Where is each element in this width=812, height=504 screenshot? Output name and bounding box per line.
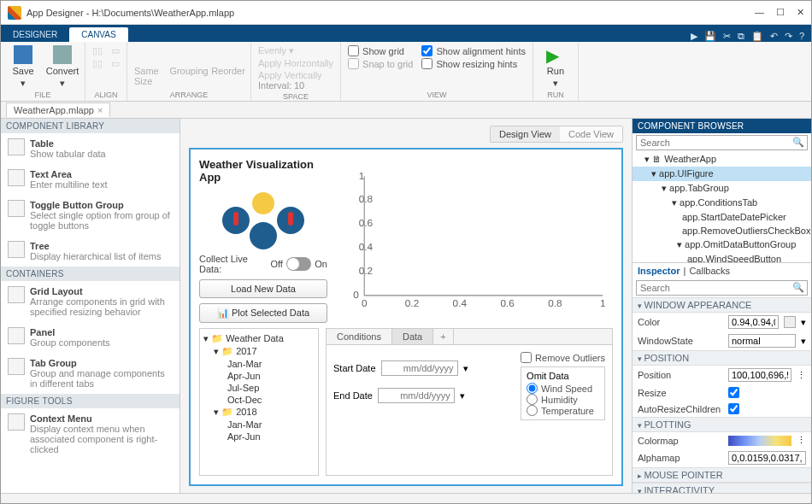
dropdown-icon[interactable]: ▾ — [801, 336, 806, 347]
align-top-icon[interactable]: ▭ — [111, 45, 120, 56]
library-item[interactable]: Toggle Button GroupSelect single option … — [1, 195, 179, 236]
end-date-picker[interactable] — [378, 388, 455, 403]
more-icon[interactable]: ⋮ — [797, 435, 806, 446]
load-data-button[interactable]: Load New Data — [199, 279, 327, 298]
axes-plot[interactable]: 00.20.40.60.81 00.20.40.60.81 — [336, 158, 613, 323]
alignment-hints-check[interactable]: Show alignment hints — [421, 45, 526, 56]
containers-header: CONTAINERS — [1, 267, 179, 281]
prop-resize-label: Resize — [638, 388, 723, 398]
show-grid-check[interactable]: Show grid — [348, 45, 413, 56]
prop-winstate-field[interactable] — [728, 334, 796, 348]
calendar-icon[interactable]: ▾ — [463, 363, 468, 374]
inspector-tab[interactable]: Inspector — [638, 266, 680, 276]
close-file-icon[interactable]: × — [97, 105, 103, 115]
prop-position-field[interactable] — [728, 368, 791, 382]
group-label-arrange: ARRANGE — [134, 89, 244, 101]
color-swatch[interactable] — [784, 316, 796, 328]
collect-toggle[interactable] — [286, 257, 311, 271]
ribbon-tab-bar: DESIGNER CANVAS ▶ 💾 ✂ ⧉ 📋 ↶ ↷ ? — [1, 25, 811, 42]
prop-alphamap-field[interactable] — [728, 451, 806, 465]
add-tab-icon[interactable]: + — [433, 329, 453, 344]
library-header: COMPONENT LIBRARY — [1, 119, 179, 133]
calendar-icon[interactable]: ▾ — [460, 390, 465, 401]
same-size-button[interactable]: Same Size — [134, 45, 165, 86]
copy-icon[interactable]: ⧉ — [738, 31, 744, 42]
close-icon[interactable]: ✕ — [797, 7, 804, 18]
end-date-label: End Date — [333, 390, 373, 401]
align-mid-icon[interactable]: ▭ — [111, 58, 120, 69]
ribbon-toolbar: Save▾ Convert▾ FILE ▯▯▯▯ ▭▭ ALIGN Same S… — [1, 42, 811, 102]
save-quick-icon[interactable]: 💾 — [704, 31, 716, 42]
temperature-radio[interactable]: Temperature — [527, 405, 599, 416]
cut-icon[interactable]: ✂ — [723, 31, 731, 42]
snap-grid-check[interactable]: Snap to grid — [348, 58, 413, 69]
minimize-icon[interactable]: — — [755, 7, 764, 18]
library-item[interactable]: Context MenuDisplay context menu when as… — [1, 408, 179, 460]
undo-icon[interactable]: ↶ — [770, 31, 778, 42]
run-button[interactable]: ▶Run▾ — [540, 45, 571, 89]
align-left-icon[interactable]: ▯▯ — [92, 45, 103, 56]
maximize-icon[interactable]: ☐ — [776, 7, 785, 18]
remove-outliers-check[interactable]: Remove Outliers — [521, 352, 605, 363]
weather-tree[interactable]: ▾ 📁 Weather Data ▾ 📁 2017 Jan-Mar Apr-Ju… — [199, 328, 319, 476]
inspector-search[interactable] — [636, 280, 808, 296]
apply-vertically[interactable]: Apply Vertically — [258, 70, 333, 80]
prop-color-field[interactable] — [728, 315, 779, 329]
prop-resize-check[interactable] — [728, 387, 739, 398]
more-icon[interactable]: ⋮ — [797, 370, 806, 381]
data-tab[interactable]: Data — [392, 329, 433, 344]
library-item[interactable]: Tab GroupGroup and manage components in … — [1, 353, 179, 394]
prop-autoresize-check[interactable] — [728, 403, 739, 414]
resizing-hints-check[interactable]: Show resizing hints — [421, 58, 526, 69]
code-view-tab[interactable]: Code View — [560, 126, 622, 142]
library-item[interactable]: TableShow tabular data — [1, 133, 179, 164]
wind-speed-radio[interactable]: Wind Speed — [527, 383, 599, 394]
library-item[interactable]: TreeDisplay hierarchical list of items — [1, 236, 179, 267]
help-icon[interactable]: ? — [799, 31, 804, 42]
section-position[interactable]: ▾ POSITION — [633, 350, 811, 366]
section-plotting[interactable]: ▾ PLOTTING — [633, 417, 811, 432]
convert-button[interactable]: Convert▾ — [47, 45, 78, 89]
save-button[interactable]: Save▾ — [8, 45, 38, 89]
window-title: App Designer - H:\Documents\WeatherApp.m… — [26, 8, 234, 18]
component-tree[interactable]: ▾ 🗎 WeatherApp ▾ app.UIFigure ▾ app.TabG… — [633, 152, 811, 263]
start-date-label: Start Date — [333, 363, 376, 373]
component-library-panel: COMPONENT LIBRARY TableShow tabular data… — [1, 119, 180, 493]
dropdown-icon[interactable]: ▾ — [801, 317, 806, 328]
library-item[interactable]: Grid LayoutArrange components in grid wi… — [1, 281, 179, 322]
status-bar — [1, 493, 811, 503]
uifigure-canvas[interactable]: Weather Visualization App Collect Live D… — [189, 148, 623, 486]
section-interactivity[interactable]: ▾ INTERACTIVITY — [633, 483, 811, 493]
paste-icon[interactable]: 📋 — [751, 31, 763, 42]
svg-text:1: 1 — [359, 170, 365, 182]
callbacks-tab[interactable]: Callbacks — [689, 266, 730, 276]
figtools-header: FIGURE TOOLS — [1, 394, 179, 408]
evenly-dropdown[interactable]: Evenly ▾ — [258, 45, 333, 56]
redo-icon[interactable]: ↷ — [785, 31, 792, 42]
browser-search[interactable] — [636, 135, 808, 150]
section-mouse[interactable]: ▸ MOUSE POINTER — [633, 467, 811, 483]
library-item[interactable]: PanelGroup components — [1, 322, 179, 353]
align-center-icon[interactable]: ▯▯ — [92, 58, 103, 69]
plot-data-button[interactable]: 📊 Plot Selected Data — [199, 303, 327, 323]
svg-text:0.4: 0.4 — [359, 241, 374, 253]
svg-text:0.6: 0.6 — [359, 217, 374, 229]
apply-horizontally[interactable]: Apply Horizontally — [258, 58, 333, 68]
reorder-button[interactable]: Reorder — [213, 45, 244, 76]
humidity-radio[interactable]: Humidity — [527, 394, 599, 405]
start-date-picker[interactable] — [381, 360, 458, 376]
tab-designer[interactable]: DESIGNER — [1, 27, 69, 42]
tab-canvas[interactable]: CANVAS — [69, 27, 127, 42]
group-label-file: FILE — [8, 89, 78, 101]
grouping-button[interactable]: Grouping — [174, 45, 204, 76]
file-tab[interactable]: WeatherApp.mlapp× — [6, 103, 110, 117]
run-quick-icon[interactable]: ▶ — [691, 31, 697, 42]
library-item[interactable]: Text AreaEnter multiline text — [1, 164, 179, 195]
prop-autoresize-label: AutoResizeChildren — [638, 404, 723, 414]
design-view-tab[interactable]: Design View — [491, 126, 560, 142]
search-icon[interactable]: 🔍 — [792, 282, 804, 293]
colormap-preview[interactable] — [728, 436, 791, 446]
section-window-appearance[interactable]: ▾ WINDOW APPEARANCE — [633, 297, 811, 313]
conditions-tab[interactable]: Conditions — [327, 329, 392, 344]
search-icon[interactable]: 🔍 — [792, 137, 804, 148]
